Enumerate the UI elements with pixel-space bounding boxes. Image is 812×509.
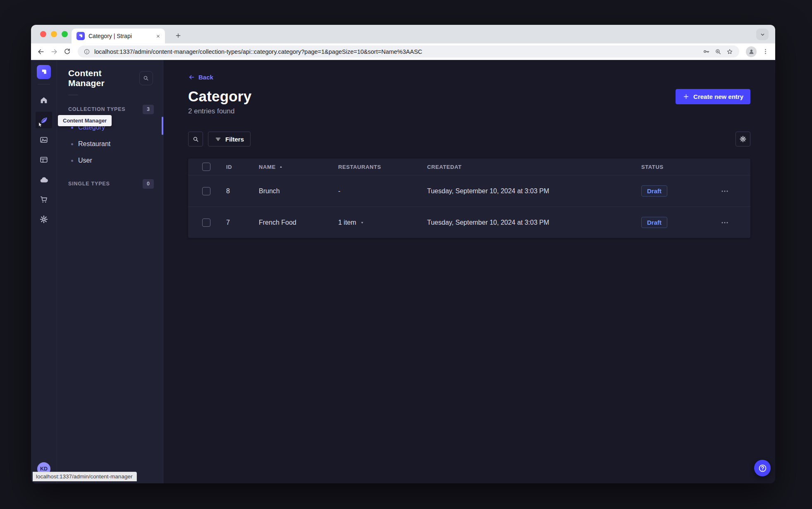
entries-table: ID NAME RESTAURANTS CREATEDAT STATUS 8 B… — [188, 158, 750, 238]
address-bar[interactable]: localhost:1337/admin/content-manager/col… — [78, 46, 739, 58]
status-badge: Draft — [641, 185, 667, 197]
settings-gear-icon — [39, 215, 48, 224]
bullet-icon — [71, 160, 73, 162]
browser-tab-strip: Category | Strapi — [31, 25, 775, 43]
table-header-row: ID NAME RESTAURANTS CREATEDAT STATUS — [188, 158, 750, 175]
sidebar-item-media-library[interactable] — [36, 132, 52, 148]
search-icon — [143, 75, 149, 82]
password-key-icon[interactable] — [702, 48, 710, 55]
search-icon — [192, 136, 199, 143]
browser-window: Category | Strapi localhost:1337/admin/c… — [31, 25, 775, 483]
cell-createdat: Tuesday, September 10, 2024 at 3:03 PM — [427, 219, 641, 226]
close-tab-icon[interactable] — [155, 34, 161, 39]
column-header-restaurants: RESTAURANTS — [338, 164, 427, 170]
collection-types-count-badge: 3 — [143, 105, 154, 114]
select-all-checkbox[interactable] — [202, 163, 210, 171]
cell-name: Brunch — [259, 187, 338, 195]
browser-tab[interactable]: Category | Strapi — [72, 29, 165, 43]
status-badge: Draft — [641, 217, 667, 228]
subnav-title: Content Manager — [68, 68, 139, 88]
subnav-item-restaurant[interactable]: Restaurant — [57, 136, 163, 152]
cell-restaurants-dropdown[interactable]: 1 item — [338, 219, 427, 226]
list-toolbar: Filters — [188, 132, 750, 146]
column-header-id[interactable]: ID — [226, 164, 259, 170]
subnav-divider — [68, 95, 78, 95]
forward-icon[interactable] — [50, 48, 58, 56]
back-link[interactable]: Back — [188, 74, 213, 81]
row-checkbox[interactable] — [202, 218, 210, 227]
cursor-pointer-icon — [37, 121, 44, 128]
tab-search-button[interactable] — [756, 29, 769, 40]
row-actions-button[interactable] — [713, 186, 750, 196]
collection-types-list: Category Restaurant User — [57, 119, 163, 169]
table-row[interactable]: 8 Brunch - Tuesday, September 10, 2024 a… — [188, 175, 750, 206]
strapi-app: KD Content Manager COLLECTION TYPES 3 Ca… — [31, 60, 775, 483]
help-question-icon — [758, 463, 767, 473]
sidebar-item-home[interactable] — [36, 92, 52, 108]
fullscreen-window-button[interactable] — [62, 31, 68, 37]
browser-status-bar: localhost:1337/admin/content-manager — [33, 472, 137, 481]
cell-id: 7 — [226, 219, 259, 226]
dropdown-caret-icon — [360, 220, 365, 225]
filter-icon — [215, 136, 222, 143]
url-text[interactable]: localhost:1337/admin/content-manager/col… — [94, 48, 698, 55]
browser-toolbar: localhost:1337/admin/content-manager/col… — [31, 43, 775, 60]
cell-status: Draft — [641, 217, 713, 228]
window-controls — [40, 31, 68, 37]
table-row[interactable]: 7 French Food 1 item Tuesday, September … — [188, 206, 750, 238]
create-new-entry-button[interactable]: Create new entry — [676, 89, 750, 104]
reload-icon[interactable] — [63, 48, 71, 55]
back-arrow-icon — [188, 74, 195, 81]
minimize-window-button[interactable] — [51, 31, 57, 37]
row-actions-button[interactable] — [713, 218, 750, 228]
collection-types-label: COLLECTION TYPES — [68, 106, 126, 112]
content-type-builder-icon — [39, 155, 48, 164]
content-manager-tooltip: Content Manager — [58, 115, 112, 126]
column-header-createdat[interactable]: CREATEDAT — [427, 164, 641, 170]
tab-title: Category | Strapi — [88, 33, 152, 39]
table-search-button[interactable] — [188, 132, 203, 146]
cell-createdat: Tuesday, September 10, 2024 at 3:03 PM — [427, 187, 641, 195]
strapi-favicon-icon — [76, 32, 85, 40]
new-tab-button[interactable] — [172, 30, 184, 41]
sidebar-item-settings[interactable] — [36, 211, 52, 228]
subnav-search-button[interactable] — [139, 71, 153, 85]
bookmark-star-icon[interactable] — [726, 48, 733, 55]
sidebar-item-content-type-builder[interactable] — [36, 151, 52, 168]
subnav-item-user[interactable]: User — [57, 152, 163, 169]
browser-menu-icon[interactable] — [762, 48, 769, 55]
sidebar-item-cloud[interactable] — [36, 171, 52, 188]
bullet-icon — [71, 143, 73, 145]
browser-profile-icon[interactable] — [746, 46, 757, 57]
help-button[interactable] — [754, 460, 771, 476]
gear-icon — [739, 135, 747, 143]
plus-icon — [683, 93, 690, 100]
cell-status: Draft — [641, 185, 713, 197]
main-content: Back Category 2 entries found Create new… — [163, 60, 775, 483]
view-settings-button[interactable] — [736, 132, 750, 146]
close-window-button[interactable] — [40, 31, 46, 37]
single-types-label: SINGLE TYPES — [68, 181, 110, 187]
cloud-icon — [39, 175, 49, 185]
cell-restaurants: - — [338, 187, 427, 195]
marketplace-cart-icon — [39, 195, 48, 204]
strapi-logo[interactable] — [37, 65, 51, 79]
column-header-status: STATUS — [641, 164, 713, 170]
sidebar-item-marketplace[interactable] — [36, 191, 52, 208]
back-icon[interactable] — [37, 48, 45, 56]
entries-count: 2 entries found — [188, 107, 750, 115]
bullet-icon — [71, 127, 73, 129]
media-library-icon — [39, 135, 48, 144]
row-checkbox[interactable] — [202, 187, 210, 195]
sidebar-item-content-manager[interactable] — [36, 112, 52, 128]
filters-button[interactable]: Filters — [208, 132, 251, 146]
rail-divider — [38, 84, 50, 84]
single-types-count-badge: 0 — [143, 179, 154, 189]
zoom-icon[interactable] — [714, 48, 722, 55]
cell-name: French Food — [259, 219, 338, 226]
cell-id: 8 — [226, 187, 259, 195]
sort-asc-caret-icon — [279, 165, 283, 169]
site-info-icon[interactable] — [84, 48, 90, 55]
main-navigation-rail: KD — [31, 60, 57, 483]
column-header-name[interactable]: NAME — [259, 164, 338, 170]
